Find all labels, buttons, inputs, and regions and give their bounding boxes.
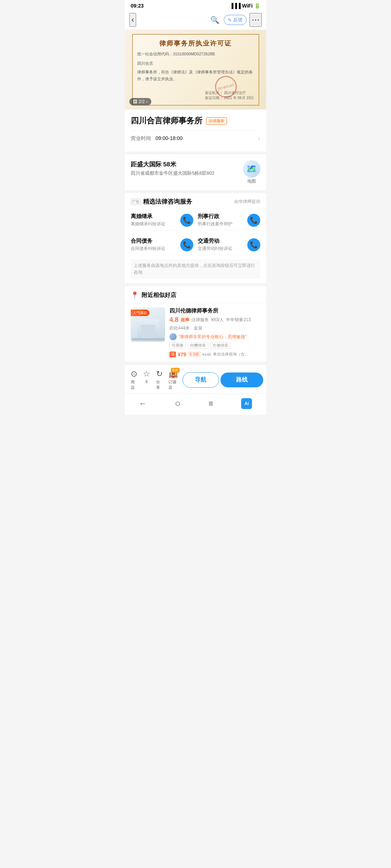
review-text: "唐律师非常的专业耐心，思维敏捷" bbox=[178, 334, 247, 340]
feedback-label: 反馈 bbox=[233, 17, 243, 23]
shop-rating: 4.8 bbox=[169, 316, 178, 324]
share-icon: ↻ bbox=[156, 369, 163, 379]
cert-org: 四川合言 bbox=[137, 60, 254, 67]
address-left: 距盛大国际 58米 四川省成都市金牛区盛大国际5栋8层802 bbox=[131, 160, 214, 176]
nav-back[interactable]: ← bbox=[133, 397, 153, 410]
status-bar: 09:23 ▐▐▐ WiFi 🔋 bbox=[125, 0, 266, 10]
shop-rating-row: 4.8 超棒 法律服务 ¥83/人 半年销量213 bbox=[169, 316, 260, 324]
nearby-toolbar-label: 周边 bbox=[131, 379, 137, 390]
ad-item-divorce-desc: 离婚继承纠纷诉讼 bbox=[131, 221, 165, 227]
ai-logo-text: Ai bbox=[244, 401, 249, 406]
deal-price: ¥79 bbox=[178, 352, 186, 357]
call-btn-divorce[interactable]: 📞 bbox=[180, 214, 193, 227]
deal-discount: 5.3折 bbox=[188, 351, 200, 357]
route-button[interactable]: 路线 bbox=[220, 373, 263, 387]
toolbar-hotel[interactable]: 低价 🏨 订酒店 bbox=[165, 368, 181, 392]
hours-info: 营业时间 09:00-18:00 bbox=[131, 135, 182, 142]
signal-icon: ▐▐▐ bbox=[230, 3, 241, 9]
business-name-row: 四川合言律师事务所 法律服务 bbox=[131, 115, 260, 126]
counter-text: 2/2 bbox=[139, 99, 145, 104]
shop-info: 四川伦德律师事务所 4.8 超棒 法律服务 ¥83/人 半年销量213 距此44… bbox=[169, 307, 260, 357]
nav-home[interactable]: ○ bbox=[169, 396, 186, 410]
deal-original: ¥149 bbox=[202, 352, 211, 357]
header-actions: 🔍 ✎ 反馈 ⋯ bbox=[209, 13, 262, 27]
image-counter[interactable]: 🖼 2/2 › bbox=[129, 98, 151, 105]
reviewer-avatar bbox=[169, 333, 177, 340]
ad-item-contract-name: 合同债务 bbox=[131, 238, 165, 244]
business-info-section: 四川合言律师事务所 法律服务 营业时间 09:00-18:00 › bbox=[125, 110, 266, 152]
image-area[interactable]: 律师事务所执业许可证 统一社会信用代码：31510000MD0272628B 四… bbox=[125, 30, 266, 110]
ad-item-contract-text: 合同债务 合同债务纠纷诉讼 bbox=[131, 238, 165, 252]
business-tag: 法律服务 bbox=[206, 117, 227, 125]
ad-item-traffic: 交通劳动 交通劳动纠纷诉讼 📞 bbox=[198, 235, 260, 255]
ad-disclaimer: 上述服务由该地点外的其他方提供，点击咨询按钮后可立即进行咨询 bbox=[131, 259, 260, 279]
wifi-icon: WiFi bbox=[242, 3, 253, 9]
map-label: 地图 bbox=[247, 178, 256, 184]
deal-badge: 团 bbox=[169, 352, 176, 357]
shop-tags-row: 可用券 付费停车 方便停车 bbox=[169, 342, 260, 349]
business-hours-row[interactable]: 营业时间 09:00-18:00 › bbox=[131, 131, 260, 146]
nav-app[interactable]: Ai bbox=[235, 397, 258, 410]
ad-item-contract: 合同债务 合同债务纠纷诉讼 📞 bbox=[131, 235, 193, 255]
nearby-icon: 📍 bbox=[131, 291, 139, 299]
hours-label: 营业时间 bbox=[131, 135, 151, 141]
shop-sales: 半年销量213 bbox=[226, 317, 251, 323]
address-distance: 距盛大国际 58米 bbox=[131, 160, 214, 169]
ad-item-divorce: 离婚继承 离婚继承纠纷诉讼 📞 bbox=[131, 210, 193, 230]
shop-distance-row: 距此444米 金泉 bbox=[169, 325, 260, 331]
menu-nav-icon: ≡ bbox=[209, 399, 213, 408]
call-btn-criminal[interactable]: 📞 bbox=[247, 214, 260, 227]
toolbar-nearby[interactable]: ⊙ 周边 bbox=[128, 368, 140, 392]
hotel-badge: 低价 bbox=[171, 368, 180, 373]
business-name: 四川合言律师事务所 bbox=[131, 115, 202, 126]
toolbar-row: ⊙ 周边 ☆ 6 ↻ 分享 低价 🏨 订酒店 导航 路线 bbox=[125, 368, 266, 392]
nearby-section: 📍 附近相似好店 人气爆款 四川伦德律师事务所 4.8 超棒 法律服务 bbox=[125, 286, 266, 362]
hotel-label: 订酒店 bbox=[168, 379, 178, 390]
back-nav-icon: ← bbox=[139, 399, 147, 408]
feedback-icon: ✎ bbox=[228, 17, 232, 23]
ad-provider: 由华律网提供 bbox=[234, 199, 260, 205]
shop-price: ¥83/人 bbox=[211, 317, 224, 323]
cert-code: 统一社会信用代码：31510000MD0272628B bbox=[137, 51, 254, 58]
shop-area: 金泉 bbox=[194, 326, 202, 331]
cert-body: 统一社会信用代码：31510000MD0272628B 四川合言 律师事务所，符… bbox=[137, 51, 254, 83]
ad-section: 广告 精选法律咨询服务 由华律网提供 离婚继承 离婚继承纠纷诉讼 📞 刑事行政 … bbox=[125, 193, 266, 283]
nearby-toolbar-icon: ⊙ bbox=[131, 369, 137, 379]
status-time: 09:23 bbox=[131, 3, 144, 9]
address-section: 距盛大国际 58米 四川省成都市金牛区盛大国际5栋8层802 🗺️ 地图 bbox=[125, 154, 266, 190]
back-button[interactable]: ‹ bbox=[129, 13, 136, 27]
more-button[interactable]: ⋯ bbox=[249, 13, 262, 27]
ad-item-contract-desc: 合同债务纠纷诉讼 bbox=[131, 246, 165, 252]
shop-name: 四川伦德律师事务所 bbox=[169, 307, 260, 314]
cert-date-label: 发证日期： bbox=[205, 96, 223, 100]
ad-badge: 广告 bbox=[131, 199, 141, 205]
status-icons: ▐▐▐ WiFi 🔋 bbox=[230, 3, 260, 9]
toolbar-share[interactable]: ↻ 分享 bbox=[153, 368, 165, 392]
ad-item-criminal: 刑事行政 刑事行政案件辩护 📞 bbox=[198, 210, 260, 230]
ad-item-traffic-desc: 交通劳动纠纷诉讼 bbox=[198, 246, 232, 252]
shop-deal-row: 团 ¥79 5.3折 ¥149 单次法律咨询（合... bbox=[169, 351, 260, 357]
counter-chevron: › bbox=[146, 99, 148, 104]
shop-image-wrap: 人气爆款 bbox=[131, 307, 165, 357]
ad-title: 精选法律咨询服务 bbox=[143, 197, 192, 206]
address-detail: 四川省成都市金牛区盛大国际5栋8层802 bbox=[131, 170, 214, 176]
navigate-button[interactable]: 导航 bbox=[182, 372, 219, 388]
map-button[interactable]: 🗺️ 地图 bbox=[243, 160, 260, 184]
shop-card[interactable]: 人气爆款 四川伦德律师事务所 4.8 超棒 法律服务 ¥83/人 半年销量213… bbox=[125, 303, 266, 362]
call-btn-traffic[interactable]: 📞 bbox=[247, 238, 260, 251]
ad-header-left: 广告 精选法律咨询服务 bbox=[131, 197, 192, 206]
call-btn-contract[interactable]: 📞 bbox=[180, 238, 193, 251]
ad-item-traffic-name: 交通劳动 bbox=[198, 238, 232, 244]
favorite-icon: ☆ bbox=[143, 369, 150, 379]
search-button[interactable]: 🔍 bbox=[209, 14, 221, 26]
shop-tag-coupon: 可用券 bbox=[169, 342, 186, 349]
cert-title: 律师事务所执业许可证 bbox=[137, 39, 254, 48]
feedback-button[interactable]: ✎ 反馈 bbox=[224, 15, 247, 25]
nav-menu[interactable]: ≡ bbox=[203, 397, 219, 410]
nearby-title: 附近相似好店 bbox=[142, 292, 176, 299]
ad-item-criminal-name: 刑事行政 bbox=[198, 213, 232, 220]
toolbar-favorite[interactable]: ☆ 6 bbox=[140, 368, 153, 392]
shop-category: 法律服务 bbox=[192, 317, 209, 323]
app-logo: Ai bbox=[241, 398, 252, 409]
ad-item-criminal-desc: 刑事行政案件辩护 bbox=[198, 221, 232, 227]
